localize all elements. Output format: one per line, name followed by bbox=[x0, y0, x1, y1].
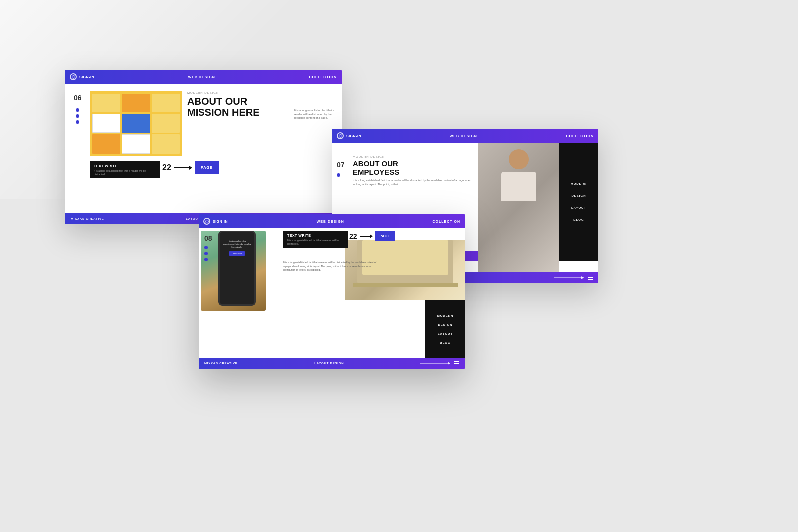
slide3-arrow-head bbox=[370, 234, 373, 238]
slide1-page-btn[interactable]: PAGE bbox=[195, 161, 219, 174]
person-photo bbox=[478, 143, 559, 272]
slide3-menu-item-3: LAYOUT bbox=[438, 332, 453, 335]
slide1-collection-label: COLLECTION bbox=[309, 75, 337, 79]
slide2-body-text: It is a long established fact that a rea… bbox=[353, 179, 476, 186]
slide3-page-number-row: 22 PAGE bbox=[349, 231, 395, 241]
slide1-dots bbox=[76, 108, 79, 124]
slide2-menu-item-3: LAYOUT bbox=[571, 206, 586, 209]
slide2-side-menu: MODERN DESIGN LAYOUT BLOG bbox=[559, 143, 598, 261]
slide2-number-area: 07 bbox=[337, 160, 345, 177]
slide1-page-number-row: 22 PAGE bbox=[162, 161, 219, 174]
slide1-body-text: It is a long established fact that a rea… bbox=[294, 109, 337, 120]
slide3-hamburger-icon bbox=[454, 361, 459, 366]
slide3-dot-3 bbox=[204, 258, 208, 261]
slide3-footer: MIXXAS CREATIVE LAYOUT DESIGN bbox=[199, 358, 465, 369]
slide1-signin-label: SIGN-IN bbox=[79, 75, 94, 79]
slide1-left-numbers: 06 bbox=[74, 94, 82, 124]
sticky-9 bbox=[152, 134, 180, 154]
arrow-bar bbox=[174, 167, 189, 168]
slide3-text-write-title: TEXT WRITE bbox=[287, 234, 344, 237]
dot-3 bbox=[76, 120, 79, 124]
slide2-ham-3 bbox=[588, 279, 593, 280]
sticky-3 bbox=[152, 94, 180, 112]
slide3-arrow bbox=[360, 234, 373, 238]
slide1-navbar: SIGN-IN WEB DESIGN COLLECTION bbox=[65, 70, 342, 84]
slide2-modern-label: MODERN DESIGN bbox=[353, 155, 476, 158]
slide3-menu-item-4: BLOG bbox=[440, 341, 450, 344]
slide3-navbar-left: SIGN-IN bbox=[203, 218, 228, 225]
slide1-body: 06 bbox=[65, 84, 342, 213]
slide2-web-design-label: WEB DESIGN bbox=[450, 134, 477, 138]
slide2-hamburger-icon bbox=[588, 276, 593, 280]
dot-1 bbox=[76, 108, 79, 112]
phone-screen: I design and develop experiences that ma… bbox=[218, 231, 256, 306]
slide1-arrow bbox=[174, 166, 192, 170]
sticky-8 bbox=[122, 134, 150, 154]
slide3-phone-area: I design and develop experiences that ma… bbox=[201, 231, 266, 311]
slide2-menu-item-2: DESIGN bbox=[571, 194, 586, 197]
slide3-body-text: It is a long established fact that a rea… bbox=[283, 261, 378, 272]
slide1-text-write-body: It is a long established fact that a rea… bbox=[94, 169, 156, 176]
slide1-page-num: 22 bbox=[162, 163, 171, 172]
slide2-nav-icon bbox=[337, 132, 344, 139]
slide1-navbar-left: SIGN-IN bbox=[70, 73, 94, 80]
slide3-navbar: SIGN-IN WEB DESIGN COLLECTION bbox=[199, 214, 465, 228]
slide2-footer-line bbox=[554, 277, 584, 278]
person-head bbox=[509, 149, 529, 169]
slide3-footer-right bbox=[420, 361, 459, 366]
slide1-right-text: It is a long established fact that a rea… bbox=[294, 109, 337, 120]
sticky-4 bbox=[92, 114, 120, 133]
slide3: SIGN-IN WEB DESIGN COLLECTION 08 bbox=[199, 214, 465, 369]
slide2-ham-2 bbox=[588, 277, 593, 278]
slide3-dot-2 bbox=[204, 252, 208, 255]
sticky-5 bbox=[122, 114, 150, 133]
slide3-nav-icon bbox=[203, 218, 210, 225]
slide3-ham-2 bbox=[454, 363, 459, 364]
slide2-ham-1 bbox=[588, 276, 593, 277]
sticky-2 bbox=[122, 94, 150, 112]
slide2-dots bbox=[337, 173, 345, 177]
slide3-side-menu: MODERN DESIGN LAYOUT BLOG bbox=[425, 300, 465, 358]
slide1-footer-left: MIXXAS CREATIVE bbox=[71, 217, 104, 220]
slide3-signin-label: SIGN-IN bbox=[213, 220, 228, 223]
slide3-footer-line bbox=[420, 363, 450, 364]
slide3-footer-center: LAYOUT DESIGN bbox=[314, 362, 344, 365]
slide2-right: MODERN DESIGN LAYOUT BLOG bbox=[478, 143, 598, 272]
person-silhouette bbox=[486, 149, 551, 266]
slide1-modern-label: MODERN DESIGN bbox=[187, 91, 327, 94]
sticky-6 bbox=[152, 114, 180, 133]
slide3-ham-1 bbox=[454, 361, 459, 362]
phone-btn: Learn More bbox=[229, 251, 245, 256]
sticky-7 bbox=[92, 134, 120, 154]
slide3-ham-3 bbox=[454, 365, 459, 366]
slide3-page-num: 22 bbox=[349, 232, 357, 240]
slide3-page-btn[interactable]: PAGE bbox=[375, 231, 395, 241]
slide1-text-write-title: TEXT WRITE bbox=[94, 164, 156, 168]
slide3-dot-1 bbox=[204, 246, 208, 249]
slide2-signin-label: SIGN-IN bbox=[346, 134, 361, 138]
slide1-text-write-block: TEXT WRITE It is a long established fact… bbox=[90, 161, 160, 178]
dot-2 bbox=[76, 114, 79, 118]
slide2-heading: ABOUT OUR EMPLOYESS bbox=[353, 160, 476, 176]
phone-mockup: I design and develop experiences that ma… bbox=[218, 231, 256, 306]
person-body bbox=[501, 172, 536, 201]
slide3-left-panel: 08 I design and develop experiences that… bbox=[199, 228, 345, 358]
slide1-number: 06 bbox=[74, 94, 82, 102]
slide3-menu-item-2: DESIGN bbox=[438, 323, 452, 326]
slide2-menu-item-4: BLOG bbox=[573, 218, 584, 221]
slide1-web-design-label: WEB DESIGN bbox=[188, 75, 215, 79]
slide1-nav-icon bbox=[70, 73, 77, 80]
phone-text: I design and develop experiences that ma… bbox=[222, 240, 252, 249]
slide3-number: 08 bbox=[204, 234, 212, 242]
slide3-right-panel: MODERN DESIGN LAYOUT BLOG bbox=[345, 228, 465, 358]
slide2-navbar-left: SIGN-IN bbox=[337, 132, 361, 139]
sticky-1 bbox=[92, 94, 120, 112]
slide3-collection-label: COLLECTION bbox=[432, 220, 460, 223]
slide2-number: 07 bbox=[337, 161, 345, 169]
slide2-photo bbox=[478, 143, 559, 272]
slide2-navbar: SIGN-IN WEB DESIGN COLLECTION bbox=[332, 129, 598, 143]
slide2-text-area: MODERN DESIGN ABOUT OUR EMPLOYESS It is … bbox=[347, 155, 476, 186]
slide2-menu-item-1: MODERN bbox=[571, 182, 587, 185]
slide2-collection-label: COLLECTION bbox=[566, 134, 594, 138]
slide3-footer-left: MIXXAS CREATIVE bbox=[204, 362, 238, 365]
